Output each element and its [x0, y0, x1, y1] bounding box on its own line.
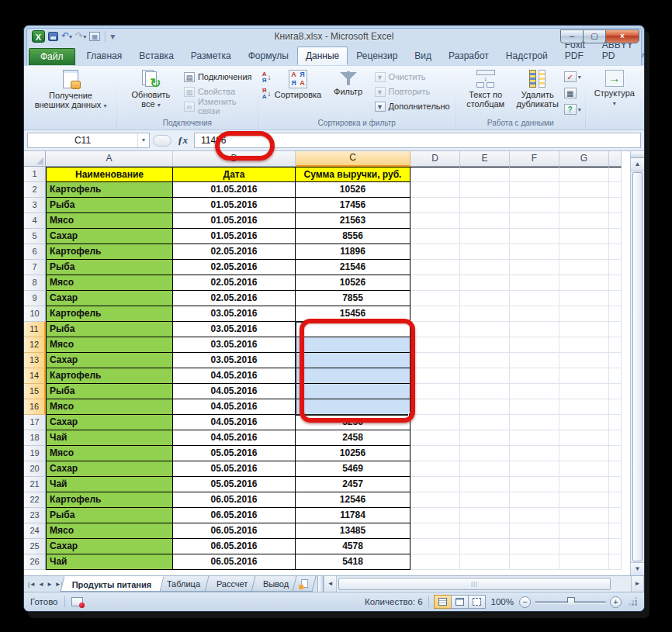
- row-header-9[interactable]: 9: [24, 291, 46, 306]
- cell-D22[interactable]: [410, 492, 460, 508]
- cell-E10[interactable]: [460, 306, 510, 322]
- column-header-E[interactable]: E: [460, 151, 510, 167]
- row-header-17[interactable]: 17: [24, 415, 46, 430]
- cell-E19[interactable]: [460, 446, 510, 461]
- cell-G20[interactable]: [559, 461, 609, 477]
- zoom-level[interactable]: 100%: [491, 597, 514, 606]
- minimize-button[interactable]: –: [560, 29, 584, 43]
- collapse-ribbon-icon[interactable]: ^: [642, 53, 645, 61]
- cell-F22[interactable]: [510, 492, 559, 508]
- cell-F19[interactable]: [510, 446, 559, 461]
- cell-A10[interactable]: Картофель: [46, 306, 173, 322]
- vertical-scroll-thumb[interactable]: [632, 172, 643, 561]
- cell-C5[interactable]: 8556: [296, 229, 410, 244]
- normal-view-button[interactable]: [434, 595, 452, 609]
- cell-D16[interactable]: [410, 399, 460, 415]
- cell-F7[interactable]: [510, 260, 559, 275]
- column-header-F[interactable]: F: [510, 151, 559, 167]
- advanced-filter-button[interactable]: ▼ Дополнительно: [373, 99, 452, 113]
- row-header-12[interactable]: 12: [24, 337, 46, 353]
- cell-F20[interactable]: [510, 461, 559, 477]
- cell-A20[interactable]: Сахар: [46, 461, 173, 477]
- row-header-26[interactable]: 26: [24, 554, 46, 570]
- cell-G7[interactable]: [559, 260, 609, 275]
- consolidate-button[interactable]: ▦: [564, 86, 581, 100]
- cell-G18[interactable]: [559, 430, 609, 446]
- cell-F16[interactable]: [510, 399, 559, 415]
- horizontal-scroll-thumb[interactable]: |||: [338, 578, 611, 590]
- ribbon-tab-Разметка[interactable]: Разметка: [182, 47, 240, 65]
- cell-B21[interactable]: 05.05.2016: [173, 477, 296, 492]
- cell-A8[interactable]: Мясо: [46, 275, 173, 291]
- row-header-23[interactable]: 23: [24, 508, 46, 523]
- refresh-all-button[interactable]: ↻ Обновить все ▾: [121, 68, 181, 112]
- restore-button[interactable]: ▢: [583, 29, 606, 43]
- cell-B8[interactable]: 02.05.2016: [173, 275, 296, 291]
- cell-D13[interactable]: [410, 353, 460, 368]
- cell-F15[interactable]: [510, 384, 559, 399]
- cell-E11[interactable]: [460, 322, 510, 337]
- cell-B20[interactable]: 05.05.2016: [173, 461, 296, 477]
- connections-button[interactable]: ▤ Подключения: [182, 70, 254, 84]
- cell-G15[interactable]: [559, 384, 609, 399]
- cell-E2[interactable]: [460, 182, 510, 198]
- row-header-24[interactable]: 24: [24, 523, 46, 539]
- cell-D25[interactable]: [410, 539, 460, 554]
- scroll-left-icon[interactable]: ◄: [324, 576, 337, 592]
- cell-G5[interactable]: [559, 229, 609, 244]
- ribbon-tab-Разработ[interactable]: Разработ: [440, 47, 497, 65]
- cell-G12[interactable]: [559, 337, 609, 353]
- cell-A19[interactable]: Мясо: [46, 446, 173, 461]
- cell-G8[interactable]: [559, 275, 609, 291]
- ribbon-tab-Надстрой[interactable]: Надстрой: [497, 47, 556, 65]
- cell-F2[interactable]: [510, 182, 559, 198]
- row-header-16[interactable]: 16: [24, 399, 46, 415]
- cell-F24[interactable]: [510, 523, 559, 539]
- cell-D14[interactable]: [410, 368, 460, 384]
- cell-A9[interactable]: Сахар: [46, 291, 173, 306]
- cell-A12[interactable]: Мясо: [46, 337, 173, 353]
- cell-G11[interactable]: [559, 322, 609, 337]
- cell-F14[interactable]: [510, 368, 559, 384]
- get-external-data-button[interactable]: Получение внешних данных ▾: [29, 68, 113, 112]
- cell-G21[interactable]: [559, 477, 609, 492]
- page-break-view-button[interactable]: [468, 595, 486, 609]
- cell-C1[interactable]: Сумма выручки, руб.: [296, 167, 410, 182]
- cell-F21[interactable]: [510, 477, 559, 492]
- cell-B23[interactable]: 06.05.2016: [173, 508, 296, 523]
- cell-G26[interactable]: [559, 554, 609, 570]
- row-header-22[interactable]: 22: [24, 492, 46, 508]
- cell-F12[interactable]: [510, 337, 559, 353]
- cell-G24[interactable]: [559, 523, 609, 539]
- cell-D9[interactable]: [410, 291, 460, 306]
- cell-D6[interactable]: [410, 244, 460, 260]
- cell-D23[interactable]: [410, 508, 460, 523]
- cell-A16[interactable]: Мясо: [46, 399, 173, 415]
- cell-B17[interactable]: 04.05.2016: [173, 415, 296, 430]
- sort-az-icon[interactable]: АЯ ↓: [262, 71, 272, 84]
- cell-B7[interactable]: 02.05.2016: [173, 260, 296, 275]
- cell-D8[interactable]: [410, 275, 460, 291]
- cell-F3[interactable]: [510, 198, 559, 213]
- row-header-1[interactable]: 1: [24, 167, 46, 182]
- remove-duplicates-button[interactable]: Удалить дубликаты: [513, 68, 563, 110]
- column-header-G[interactable]: G: [559, 151, 609, 167]
- cell-G9[interactable]: [559, 291, 609, 306]
- cell-F9[interactable]: [510, 291, 559, 306]
- cell-D5[interactable]: [410, 229, 460, 244]
- cell-A7[interactable]: Рыба: [46, 260, 173, 275]
- cell-B3[interactable]: 01.05.2016: [173, 198, 296, 213]
- cell-A26[interactable]: Чай: [46, 554, 173, 570]
- edit-links-button[interactable]: ∞ Изменить связи: [182, 99, 254, 113]
- cell-F6[interactable]: [510, 244, 559, 260]
- cell-A21[interactable]: Чай: [46, 477, 173, 492]
- cell-D10[interactable]: [410, 306, 460, 322]
- cell-B15[interactable]: 04.05.2016: [173, 384, 296, 399]
- cell-E12[interactable]: [460, 337, 510, 353]
- cell-E21[interactable]: [460, 477, 510, 492]
- cell-A3[interactable]: Рыба: [46, 198, 173, 213]
- sort-button[interactable]: АЯ ЯА Сортировка: [273, 68, 324, 101]
- vertical-split-handle[interactable]: [631, 151, 644, 158]
- cell-C8[interactable]: 10526: [296, 275, 410, 291]
- cell-B26[interactable]: 06.05.2016: [173, 554, 296, 570]
